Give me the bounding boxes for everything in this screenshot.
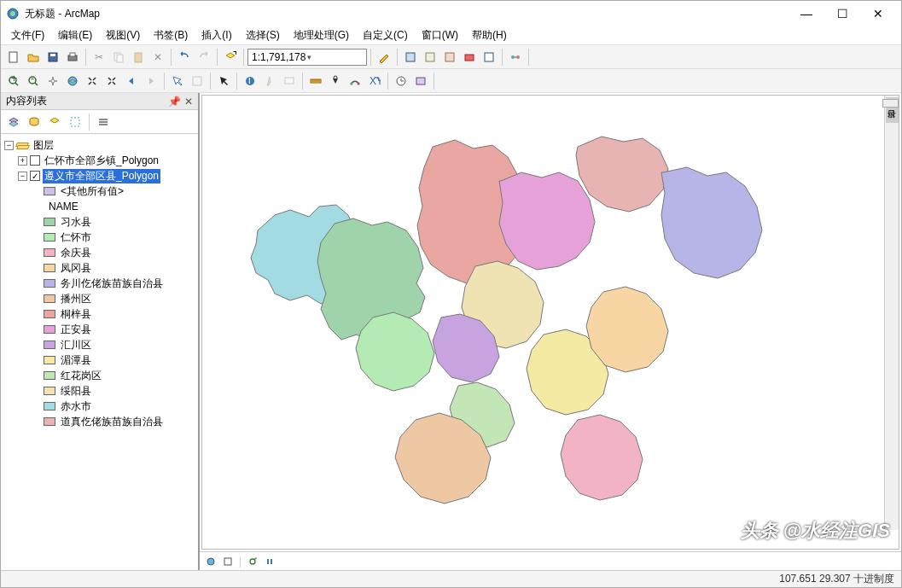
- html-popup-icon[interactable]: [280, 72, 299, 90]
- identify-icon[interactable]: i: [241, 72, 259, 90]
- menu-select[interactable]: 选择(S): [239, 26, 287, 44]
- legend-item[interactable]: 正安县: [3, 322, 196, 337]
- prev-extent-icon[interactable]: [122, 72, 141, 90]
- viewer-window-icon[interactable]: [411, 72, 430, 90]
- refresh-icon[interactable]: [247, 556, 259, 568]
- measure-icon[interactable]: [306, 72, 325, 90]
- undo-button[interactable]: [175, 48, 194, 67]
- tree-field-name[interactable]: NAME: [3, 199, 196, 214]
- data-view-icon[interactable]: [205, 556, 217, 568]
- svg-rect-15: [485, 53, 493, 61]
- legend-label: 播州区: [59, 292, 93, 306]
- legend-item[interactable]: 凤冈县: [3, 260, 196, 276]
- legend-item[interactable]: 湄潭县: [3, 352, 196, 368]
- editor-toolbar-icon[interactable]: [375, 48, 393, 67]
- legend-item[interactable]: 余庆县: [3, 245, 196, 260]
- find-route-icon[interactable]: [346, 72, 364, 90]
- open-button[interactable]: [24, 48, 43, 67]
- map-footer: |: [200, 551, 901, 570]
- save-button[interactable]: [44, 48, 62, 67]
- new-button[interactable]: [4, 48, 23, 67]
- zoom-out-icon[interactable]: -: [24, 72, 43, 90]
- vertical-scrollbar[interactable]: [884, 96, 899, 530]
- svg-text:+: +: [11, 75, 17, 84]
- print-button[interactable]: [63, 48, 82, 67]
- pan-icon[interactable]: [44, 72, 62, 90]
- menu-insert[interactable]: 插入(I): [195, 26, 238, 44]
- expand-icon[interactable]: +: [18, 156, 27, 166]
- menu-geoprocess[interactable]: 地理处理(G): [287, 26, 356, 44]
- time-slider-icon[interactable]: [392, 72, 410, 90]
- svg-rect-2: [9, 52, 17, 62]
- collapse-icon[interactable]: −: [18, 172, 27, 181]
- layout-view-icon[interactable]: [222, 556, 234, 568]
- paste-button[interactable]: [129, 48, 148, 67]
- maximize-button[interactable]: ☐: [824, 2, 860, 26]
- menu-bookmark[interactable]: 书签(B): [147, 26, 195, 44]
- legend-item[interactable]: 道真仡佬族苗族自治县: [3, 414, 196, 429]
- legend-item[interactable]: 习水县: [3, 214, 196, 230]
- checkbox-checked[interactable]: ✓: [30, 171, 40, 181]
- menu-edit[interactable]: 编辑(E): [51, 26, 99, 44]
- tree-root[interactable]: − 图层: [3, 137, 196, 153]
- legend-item[interactable]: 播州区: [3, 291, 196, 306]
- delete-button[interactable]: ✕: [148, 48, 167, 67]
- menu-window[interactable]: 窗口(W): [415, 26, 465, 44]
- options-icon[interactable]: [94, 113, 113, 131]
- pointer-icon[interactable]: [214, 72, 233, 90]
- map-canvas[interactable]: 目录 头条 @水经注GIS: [201, 95, 899, 550]
- goto-xy-icon[interactable]: XY: [365, 72, 384, 90]
- select-features-icon[interactable]: [168, 72, 187, 90]
- find-icon[interactable]: [326, 72, 345, 90]
- legend-item[interactable]: 桐梓县: [3, 306, 196, 322]
- menu-custom[interactable]: 自定义(C): [356, 26, 415, 44]
- menu-view[interactable]: 视图(V): [99, 26, 147, 44]
- redo-button[interactable]: [195, 48, 213, 67]
- legend-item[interactable]: 汇川区: [3, 337, 196, 352]
- close-panel-icon[interactable]: ✕: [184, 96, 193, 108]
- full-extent-icon[interactable]: [63, 72, 82, 90]
- legend-item[interactable]: 红花岗区: [3, 368, 196, 383]
- tree-other-values[interactable]: <其他所有值>: [3, 183, 196, 199]
- hyperlink-icon[interactable]: [260, 72, 279, 90]
- menu-file[interactable]: 文件(F): [4, 26, 51, 44]
- close-button[interactable]: ✕: [860, 2, 896, 26]
- legend-item[interactable]: 绥阳县: [3, 383, 196, 399]
- toc-button[interactable]: [401, 48, 420, 67]
- legend-item[interactable]: 务川仡佬族苗族自治县: [3, 276, 196, 291]
- checkbox-unchecked[interactable]: [30, 155, 40, 166]
- model-builder-icon[interactable]: [506, 48, 525, 67]
- list-by-source-icon[interactable]: [25, 113, 44, 131]
- menu-help[interactable]: 帮助(H): [465, 26, 514, 44]
- legend-item[interactable]: 仁怀市: [3, 230, 196, 245]
- legend-label: 湄潭县: [59, 353, 93, 368]
- legend-item[interactable]: 赤水市: [3, 399, 196, 414]
- add-data-button[interactable]: +: [221, 48, 240, 67]
- toc-tree[interactable]: − 图层 + 仁怀市全部乡镇_Polygon − ✓ 遵义市全部区县_Polyg…: [1, 134, 198, 570]
- copy-button[interactable]: [109, 48, 128, 67]
- next-extent-icon[interactable]: [142, 72, 160, 90]
- tree-layer-2[interactable]: − ✓ 遵义市全部区县_Polygon: [3, 168, 196, 183]
- pin-icon[interactable]: 📌: [168, 96, 181, 108]
- collapse-icon[interactable]: −: [4, 141, 14, 150]
- pause-draw-icon[interactable]: [264, 556, 276, 568]
- svg-rect-44: [416, 78, 425, 84]
- minimize-button[interactable]: —: [789, 2, 824, 26]
- list-by-visibility-icon[interactable]: [45, 113, 64, 131]
- catalog-button[interactable]: [421, 48, 439, 67]
- svg-rect-11: [406, 53, 415, 61]
- svg-point-38: [351, 82, 353, 84]
- zoom-in-icon[interactable]: +: [4, 72, 23, 90]
- catalog-side-tab[interactable]: 目录: [882, 99, 899, 108]
- clear-selection-icon[interactable]: [188, 72, 207, 90]
- python-button[interactable]: [480, 48, 498, 67]
- scale-combo[interactable]: 1:1,791,178▾: [247, 49, 367, 66]
- tree-layer-1[interactable]: + 仁怀市全部乡镇_Polygon: [3, 153, 196, 168]
- list-by-draworder-icon[interactable]: [4, 113, 23, 131]
- fixed-zoom-out-icon[interactable]: [102, 72, 121, 90]
- search-window-icon[interactable]: [440, 48, 459, 67]
- list-by-selection-icon[interactable]: [66, 113, 84, 131]
- fixed-zoom-in-icon[interactable]: [83, 72, 102, 90]
- cut-button[interactable]: ✂: [90, 48, 108, 67]
- toolbox-button[interactable]: [460, 48, 479, 67]
